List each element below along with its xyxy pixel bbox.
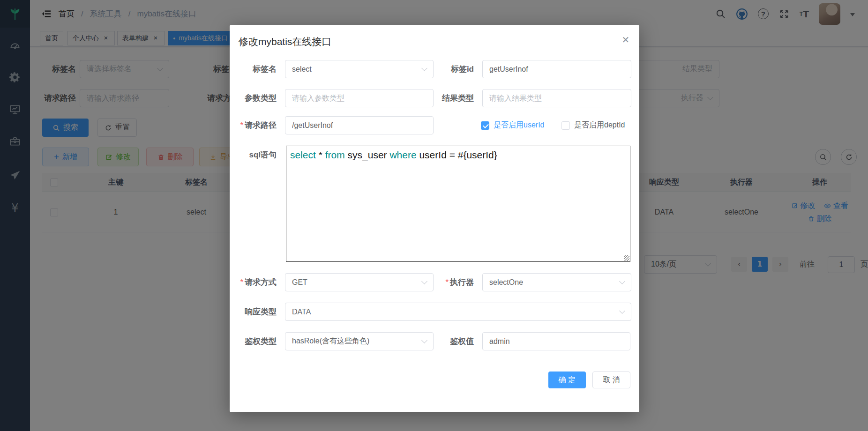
sql-label: sql语句 [234,146,277,164]
chevron-down-icon [619,308,625,314]
request-path-input[interactable] [292,121,427,130]
request-path-input-wrap [285,116,434,134]
chevron-down-icon [619,278,625,284]
tag-id-input[interactable] [489,65,624,74]
tag-name-label: 标签名 [234,60,277,78]
executor-label: *执行器 [408,273,474,291]
sql-code-line: select * from sys_user where userId = #{… [290,149,626,162]
executor-select[interactable]: selectOne [482,273,631,291]
auth-value-input[interactable] [489,337,623,346]
sql-editor[interactable]: select * from sys_user where userId = #{… [286,146,630,262]
auth-value-label: 鉴权值 [408,332,474,350]
dialog-close-icon[interactable]: ✕ [619,33,633,47]
auth-value-input-wrap [482,332,630,350]
resize-grip[interactable] [624,255,629,261]
result-type-label: 结果类型 [408,89,474,107]
param-type-label: 参数类型 [234,89,277,107]
checkbox-icon [481,121,489,130]
edit-dialog: 修改mybatis在线接口 ✕ 标签名 select 标签id 参数类型 结果类… [230,25,639,412]
enable-deptid-checkbox[interactable]: 是否启用deptId [561,116,625,134]
tag-id-label: 标签id [408,60,474,78]
auth-type-label: 鉴权类型 [234,332,277,350]
cancel-button[interactable]: 取 消 [592,372,630,388]
tag-id-input-wrap [482,60,631,78]
confirm-button[interactable]: 确 定 [548,372,586,388]
result-type-input-wrap [482,89,631,107]
response-type-label: 响应类型 [234,303,277,321]
response-type-select[interactable]: DATA [285,303,631,321]
dialog-title: 修改mybatis在线接口 [239,35,331,48]
result-type-input[interactable] [489,94,624,103]
checkbox-icon [561,121,570,130]
request-path-label: *请求路径 [234,116,277,134]
enable-userid-checkbox[interactable]: 是否启用userId [481,116,544,134]
param-type-input[interactable] [292,94,427,103]
request-method-label: *请求方式 [234,273,277,291]
